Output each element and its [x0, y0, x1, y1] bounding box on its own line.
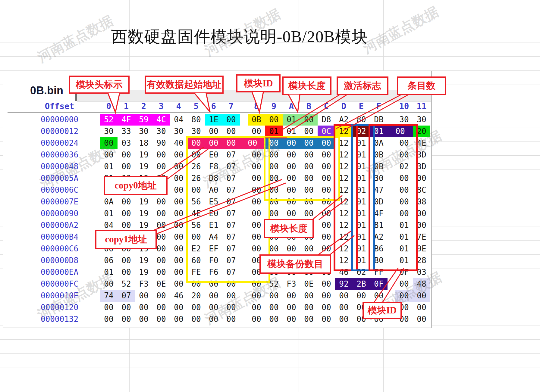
- hex-byte[interactable]: 00: [222, 137, 240, 149]
- hex-byte[interactable]: 52: [100, 114, 118, 126]
- hex-byte[interactable]: 00: [152, 149, 170, 161]
- hex-byte[interactable]: 00: [248, 208, 265, 219]
- hex-byte[interactable]: 00: [187, 313, 205, 325]
- hex-byte[interactable]: 30: [413, 114, 430, 126]
- hex-byte[interactable]: 19: [135, 196, 152, 208]
- hex-byte[interactable]: 56: [187, 196, 205, 208]
- hex-byte[interactable]: 07: [222, 219, 240, 231]
- hex-byte[interactable]: 00: [395, 184, 413, 196]
- hex-byte[interactable]: 00: [318, 231, 335, 243]
- hex-byte[interactable]: 00: [300, 114, 318, 126]
- hex-byte[interactable]: 00: [265, 243, 283, 255]
- hex-byte[interactable]: 00: [283, 173, 300, 184]
- hex-byte[interactable]: 4F: [370, 208, 388, 219]
- hex-byte[interactable]: 00: [205, 302, 222, 313]
- hex-byte[interactable]: 00: [283, 161, 300, 173]
- hex-byte[interactable]: 00: [300, 208, 318, 219]
- hex-byte[interactable]: F3: [283, 278, 300, 290]
- hex-byte[interactable]: A0: [205, 184, 222, 196]
- hex-byte[interactable]: EF: [205, 243, 222, 255]
- hex-byte[interactable]: 01: [283, 114, 300, 126]
- hex-byte[interactable]: 00: [395, 208, 413, 219]
- hex-byte[interactable]: 00: [300, 243, 318, 255]
- hex-byte[interactable]: 01: [353, 196, 370, 208]
- hex-byte[interactable]: 12: [335, 243, 353, 255]
- hex-byte[interactable]: 00: [283, 149, 300, 161]
- hex-byte[interactable]: 00: [240, 137, 265, 149]
- hex-byte[interactable]: 00: [413, 219, 430, 231]
- hex-byte[interactable]: 00: [170, 149, 187, 161]
- hex-byte[interactable]: 00: [248, 278, 265, 290]
- hex-byte[interactable]: 12: [335, 184, 353, 196]
- hex-byte[interactable]: 00: [300, 290, 318, 302]
- hex-byte[interactable]: 00: [100, 302, 118, 313]
- hex-byte[interactable]: 01: [395, 219, 413, 231]
- hex-byte[interactable]: 00: [318, 137, 335, 149]
- hex-byte[interactable]: 30: [395, 114, 413, 126]
- hex-byte[interactable]: 00: [170, 278, 187, 290]
- hex-byte[interactable]: 01: [353, 161, 370, 173]
- hex-byte[interactable]: 00: [413, 208, 430, 219]
- hex-byte[interactable]: 03: [118, 137, 135, 149]
- hex-byte[interactable]: 00: [265, 302, 283, 313]
- hex-byte[interactable]: 81: [370, 219, 388, 231]
- hex-byte[interactable]: 00: [300, 137, 318, 149]
- hex-byte[interactable]: FE: [187, 266, 205, 278]
- hex-byte[interactable]: 26: [187, 161, 205, 173]
- hex-byte[interactable]: 00: [205, 290, 222, 302]
- hex-byte[interactable]: 01: [100, 208, 118, 219]
- hex-byte[interactable]: 00: [300, 161, 318, 173]
- hex-byte[interactable]: 00: [318, 290, 335, 302]
- hex-byte[interactable]: 01: [395, 231, 413, 243]
- hex-byte[interactable]: F6: [205, 266, 222, 278]
- hex-byte[interactable]: 01: [370, 126, 388, 137]
- hex-byte[interactable]: 00: [118, 196, 135, 208]
- hex-byte[interactable]: 0D: [370, 196, 388, 208]
- hex-byte[interactable]: 19: [135, 255, 152, 266]
- hex-byte[interactable]: 52: [118, 278, 135, 290]
- hex-byte[interactable]: 00: [283, 208, 300, 219]
- hex-byte[interactable]: 00: [100, 313, 118, 325]
- hex-byte[interactable]: A2: [335, 114, 353, 126]
- hex-byte[interactable]: 8C: [413, 184, 430, 196]
- hex-byte[interactable]: 52: [265, 278, 283, 290]
- hex-byte[interactable]: 00: [118, 302, 135, 313]
- hex-byte[interactable]: E0: [205, 149, 222, 161]
- hex-byte[interactable]: 00: [318, 196, 335, 208]
- hex-byte[interactable]: 01: [353, 184, 370, 196]
- hex-byte[interactable]: 00: [170, 302, 187, 313]
- hex-byte[interactable]: 19: [135, 149, 152, 161]
- hex-byte[interactable]: 12: [335, 137, 353, 149]
- hex-byte[interactable]: 00: [152, 290, 170, 302]
- hex-byte[interactable]: 00: [370, 290, 388, 302]
- hex-byte[interactable]: 00: [170, 208, 187, 219]
- hex-byte[interactable]: 03: [413, 266, 430, 278]
- hex-byte[interactable]: 0A: [100, 196, 118, 208]
- hex-byte[interactable]: 00: [265, 208, 283, 219]
- hex-byte[interactable]: 33: [118, 126, 135, 137]
- hex-byte[interactable]: 00: [265, 149, 283, 161]
- hex-byte[interactable]: 01: [353, 243, 370, 255]
- hex-byte[interactable]: 92: [335, 278, 353, 290]
- hex-byte[interactable]: 00: [152, 208, 170, 219]
- hex-byte[interactable]: 07: [222, 161, 240, 173]
- hex-byte[interactable]: 12: [335, 219, 353, 231]
- hex-byte[interactable]: D8: [205, 173, 222, 184]
- hex-byte[interactable]: 00: [248, 196, 265, 208]
- hex-byte[interactable]: 20: [187, 290, 205, 302]
- hex-byte[interactable]: 00: [283, 184, 300, 196]
- hex-byte[interactable]: FF: [370, 266, 388, 278]
- hex-byte[interactable]: 00: [248, 184, 265, 196]
- hex-byte[interactable]: 00: [187, 278, 205, 290]
- hex-byte[interactable]: 4F: [118, 114, 135, 126]
- hex-byte[interactable]: 00: [135, 313, 152, 325]
- hex-byte[interactable]: 46: [170, 290, 187, 302]
- hex-byte[interactable]: 30: [187, 126, 205, 137]
- hex-byte[interactable]: 01: [353, 149, 370, 161]
- hex-byte[interactable]: F8: [205, 161, 222, 173]
- hex-byte[interactable]: 12: [335, 126, 353, 137]
- hex-byte[interactable]: 00: [135, 302, 152, 313]
- hex-byte[interactable]: 00: [170, 184, 187, 196]
- hex-byte[interactable]: 12: [335, 173, 353, 184]
- hex-byte[interactable]: 00: [335, 302, 353, 313]
